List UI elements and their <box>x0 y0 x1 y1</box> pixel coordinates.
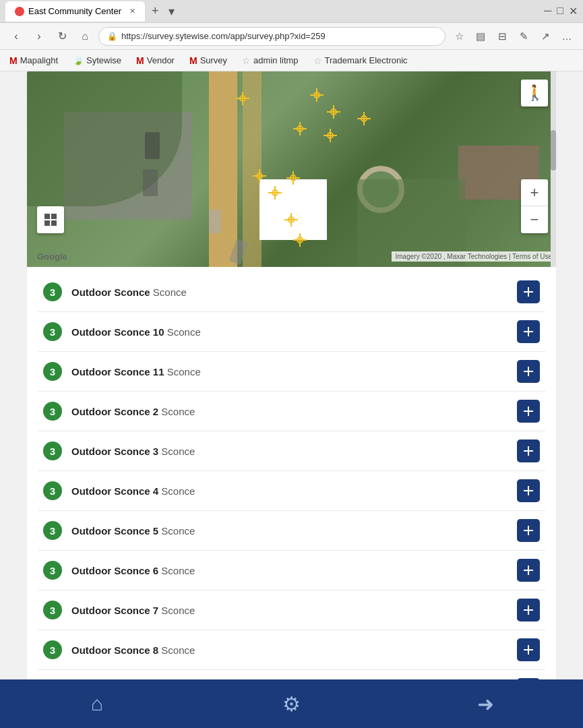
map-pin-6[interactable] <box>324 129 337 142</box>
svg-rect-9 <box>524 450 533 452</box>
list-item-9[interactable]: 3Outdoor Sconce 7 Sconce <box>38 590 545 630</box>
list-item-add-button-7[interactable] <box>517 519 540 542</box>
split-view-button[interactable]: ⊟ <box>493 27 512 46</box>
sidebar-item-trademark[interactable]: ☆ Trademark Electronic <box>311 54 410 67</box>
svg-rect-5 <box>524 371 533 372</box>
list-item-add-button-6[interactable] <box>517 479 540 502</box>
list-item-badge-3: 3 <box>43 362 62 381</box>
map-pin-10[interactable] <box>284 213 298 226</box>
map-pin-2[interactable] <box>310 88 324 102</box>
map-pin-5[interactable] <box>293 122 307 135</box>
sidebar-item-admin[interactable]: ☆ admin litmp <box>239 54 301 67</box>
admin-star-icon: ☆ <box>242 55 251 66</box>
tab-close-button[interactable]: ✕ <box>129 7 135 16</box>
content-card: 🚶 + − Google <box>27 71 556 728</box>
sidebar-item-vendor[interactable]: M Vendor <box>133 54 177 67</box>
close-window-button[interactable]: ✕ <box>569 5 578 18</box>
list-item-label-9: Outdoor Sconce 7 Sconce <box>71 605 517 616</box>
streetview-button[interactable]: 🚶 <box>521 80 548 107</box>
list-item-add-button-4[interactable] <box>517 400 540 423</box>
logout-nav-icon: ➜ <box>477 692 494 716</box>
list-item-add-button-5[interactable] <box>517 439 540 462</box>
map-pin-7[interactable] <box>253 169 266 183</box>
list-item-label-10: Outdoor Sconce 8 Sconce <box>71 644 517 656</box>
list-item-3[interactable]: 3Outdoor Sconce 11 Sconce <box>38 352 545 392</box>
list-item-badge-6: 3 <box>43 481 62 500</box>
trademark-star-icon: ☆ <box>313 55 322 66</box>
vendor-label: Vendor <box>147 55 175 65</box>
bookmark-button[interactable]: ☆ <box>450 27 468 46</box>
url-text: https://survey.sytewise.com/app/survey.p… <box>121 31 326 41</box>
mapalight-icon: M <box>9 55 18 66</box>
zoom-out-button[interactable]: − <box>521 206 548 233</box>
list-item-6[interactable]: 3Outdoor Sconce 4 Sconce <box>38 471 545 511</box>
sytewise-label: Sytewise <box>86 55 121 65</box>
tab-favicon <box>15 7 24 16</box>
forward-button[interactable]: › <box>30 27 49 46</box>
list-item-label-2: Outdoor Sconce 10 Sconce <box>71 326 517 338</box>
map-zoom-controls: + − <box>521 179 548 233</box>
home-nav-button[interactable]: ⌂ <box>77 684 117 724</box>
back-button[interactable]: ‹ <box>7 27 26 46</box>
settings-nav-button[interactable]: ⚙ <box>271 684 311 724</box>
map-pin-1[interactable] <box>236 92 249 105</box>
sytewise-icon: 🍃 <box>73 55 84 65</box>
map-pin-11[interactable] <box>293 233 307 247</box>
home-button[interactable]: ⌂ <box>75 27 94 46</box>
share-button[interactable]: ↗ <box>536 27 555 46</box>
list-section: 3Outdoor Sconce Sconce3Outdoor Sconce 10… <box>27 267 556 728</box>
more-button[interactable]: … <box>557 27 576 46</box>
list-item-5[interactable]: 3Outdoor Sconce 3 Sconce <box>38 431 545 471</box>
list-item-7[interactable]: 3Outdoor Sconce 5 Sconce <box>38 511 545 551</box>
list-item-1[interactable]: 3Outdoor Sconce Sconce <box>38 272 545 312</box>
list-item-add-button-8[interactable] <box>517 559 540 582</box>
sidebar-item-mapalight[interactable]: M Mapalight <box>7 54 61 67</box>
scrollbar-thumb[interactable] <box>551 130 556 171</box>
sidebar-item-survey[interactable]: M Survey <box>187 54 230 67</box>
map-pin-9[interactable] <box>268 186 282 200</box>
list-item-badge-8: 3 <box>43 561 62 580</box>
read-mode-button[interactable]: ▤ <box>471 27 490 46</box>
map-container[interactable]: 🚶 + − Google <box>27 71 556 267</box>
home-nav-icon: ⌂ <box>91 692 103 715</box>
list-item-add-button-3[interactable] <box>517 360 540 383</box>
zoom-in-button[interactable]: + <box>521 179 548 206</box>
map-pin-3[interactable] <box>327 105 340 119</box>
list-item-add-button-2[interactable] <box>517 320 540 343</box>
maximize-button[interactable]: □ <box>557 5 563 18</box>
list-item-badge-10: 3 <box>43 640 62 659</box>
minimize-button[interactable]: ─ <box>544 5 551 18</box>
layer-grid-icon <box>44 214 57 226</box>
svg-rect-1 <box>524 291 533 293</box>
list-item-badge-4: 3 <box>43 402 62 421</box>
list-item-4[interactable]: 3Outdoor Sconce 2 Sconce <box>38 392 545 431</box>
map-pin-4[interactable] <box>357 112 371 125</box>
map-pin-8[interactable] <box>286 171 300 185</box>
new-tab-button[interactable]: + <box>149 4 162 18</box>
list-item-add-button-9[interactable] <box>517 599 540 621</box>
list-item-label-6: Outdoor Sconce 4 Sconce <box>71 485 517 497</box>
survey-label: Survey <box>200 55 227 65</box>
window-controls: ─ □ ✕ <box>544 5 578 18</box>
list-item-8[interactable]: 3Outdoor Sconce 6 Sconce <box>38 551 545 590</box>
security-lock-icon: 🔒 <box>107 32 117 41</box>
address-bar[interactable]: 🔒 https://survey.sytewise.com/app/survey… <box>98 27 446 46</box>
browser-tab[interactable]: East Community Center ✕ <box>5 1 145 22</box>
list-item-2[interactable]: 3Outdoor Sconce 10 Sconce <box>38 312 545 352</box>
tab-list-button[interactable]: ▾ <box>168 4 175 19</box>
settings-nav-icon: ⚙ <box>282 692 301 716</box>
browser-controls: ‹ › ↻ ⌂ 🔒 https://survey.sytewise.com/ap… <box>0 23 583 50</box>
add-favorites-button[interactable]: ✎ <box>514 27 533 46</box>
map-car-1 <box>145 132 160 159</box>
mapalight-label: Mapalight <box>20 55 58 65</box>
logout-nav-button[interactable]: ➜ <box>466 684 506 724</box>
list-item-badge-9: 3 <box>43 601 62 619</box>
list-item-add-button-10[interactable] <box>517 638 540 661</box>
scrollbar-track[interactable] <box>551 71 556 267</box>
map-layer-button[interactable] <box>37 206 64 233</box>
refresh-button[interactable]: ↻ <box>53 27 71 46</box>
sidebar-item-sytewise[interactable]: 🍃 Sytewise <box>70 54 124 67</box>
person-icon: 🚶 <box>526 84 544 102</box>
list-item-10[interactable]: 3Outdoor Sconce 8 Sconce <box>38 630 545 670</box>
list-item-add-button-1[interactable] <box>517 280 540 303</box>
